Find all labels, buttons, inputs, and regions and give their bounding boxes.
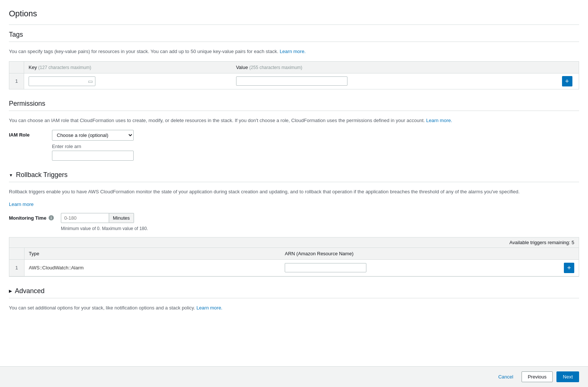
permissions-section-title: Permissions (9, 100, 579, 108)
advanced-description: You can set additional options for your … (9, 304, 579, 312)
tags-row-num: 1 (9, 73, 24, 89)
tags-key-cell: ▭ (24, 73, 232, 89)
triggers-arn-input[interactable] (285, 263, 366, 272)
iam-role-label: IAM Role (9, 130, 46, 138)
monitoring-row: Monitoring Time i Minutes (9, 213, 579, 223)
role-arn-input[interactable] (52, 151, 134, 161)
permissions-section: Permissions You can choose an IAM role t… (9, 100, 579, 161)
next-button[interactable]: Next (556, 371, 579, 382)
title-divider (9, 24, 579, 25)
iam-role-row: IAM Role Choose a role (optional) Enter … (9, 130, 579, 161)
advanced-collapsible-header[interactable]: ▶ Advanced (9, 287, 579, 295)
footer-bar: Cancel Previous Next (0, 366, 588, 387)
triggers-arn-cell (280, 259, 559, 276)
tags-col-action (561, 61, 579, 73)
advanced-divider (9, 298, 579, 298)
monitoring-label: Monitoring Time i (9, 215, 61, 221)
cancel-button[interactable]: Cancel (494, 372, 517, 382)
triggers-table: Type ARN (Amazon Resource Name) 1 AWS::C… (9, 248, 579, 276)
permissions-learn-more-link[interactable]: Learn more. (426, 118, 452, 123)
advanced-section-title: Advanced (15, 287, 45, 295)
triggers-available: Available triggers remaining: 5 (9, 237, 579, 248)
advanced-arrow: ▶ (9, 289, 12, 293)
previous-button[interactable]: Previous (522, 371, 553, 382)
monitoring-info-icon[interactable]: i (49, 215, 54, 220)
triggers-col-arn: ARN (Amazon Resource Name) (280, 248, 559, 260)
tags-divider (9, 42, 579, 42)
rollback-learn-more-p: Learn more (9, 201, 579, 207)
tags-col-value: Value (255 characters maximum) (232, 61, 561, 73)
monitoring-hint: Minimum value of 0. Maximum value of 180… (61, 226, 579, 231)
tags-key-input[interactable] (31, 78, 86, 84)
tags-value-cell (232, 73, 561, 89)
tags-col-num (9, 61, 24, 73)
rollback-divider (9, 182, 579, 182)
advanced-learn-more-link[interactable]: Learn more. (196, 305, 222, 311)
tags-add-cell: + (561, 73, 579, 89)
tags-table-row: 1 ▭ + (9, 73, 579, 89)
rollback-learn-more-link[interactable]: Learn more (9, 201, 33, 207)
triggers-col-num (9, 248, 24, 260)
iam-role-control-group: Choose a role (optional) Enter role arn (52, 130, 134, 161)
triggers-add-button[interactable]: + (564, 263, 574, 273)
tags-table-header-row: Key (127 characters maximum) Value (255 … (9, 61, 579, 73)
rollback-arrow: ▼ (9, 173, 13, 177)
tags-col-key: Key (127 characters maximum) (24, 61, 232, 73)
triggers-add-cell: + (559, 259, 579, 276)
rollback-section-title: Rollback Triggers (16, 171, 68, 179)
tags-section-title: Tags (9, 31, 579, 39)
edit-icon: ▭ (88, 78, 93, 84)
triggers-header-row: Type ARN (Amazon Resource Name) (9, 248, 579, 260)
triggers-col-type: Type (24, 248, 280, 260)
tags-section: Tags You can specify tags (key-value pai… (9, 31, 579, 89)
triggers-table-wrapper: Available triggers remaining: 5 Type ARN… (9, 237, 579, 277)
monitoring-unit: Minutes (109, 213, 134, 223)
triggers-type-cell: AWS::CloudWatch::Alarm (24, 259, 280, 276)
triggers-table-row: 1 AWS::CloudWatch::Alarm + (9, 259, 579, 276)
tags-value-input[interactable] (236, 76, 347, 86)
tags-learn-more-link[interactable]: Learn more. (280, 49, 306, 54)
iam-role-select[interactable]: Choose a role (optional) (52, 130, 134, 141)
monitoring-input[interactable] (61, 213, 109, 223)
role-arn-label: Enter role arn (52, 144, 134, 149)
permissions-divider (9, 111, 579, 111)
advanced-section: ▶ Advanced You can set additional option… (9, 287, 579, 312)
rollback-collapsible-header[interactable]: ▼ Rollback Triggers (9, 171, 579, 179)
tags-key-input-wrapper: ▭ (29, 76, 95, 86)
permissions-description: You can choose an IAM role that CloudFor… (9, 117, 579, 124)
rollback-section: ▼ Rollback Triggers Rollback triggers en… (9, 171, 579, 277)
page-title: Options (9, 9, 579, 19)
rollback-description: Rollback triggers enable you to have AWS… (9, 188, 579, 196)
triggers-row-num: 1 (9, 259, 24, 276)
tags-table: Key (127 characters maximum) Value (255 … (9, 61, 579, 89)
triggers-col-action (559, 248, 579, 260)
tags-description: You can specify tags (key-value pairs) f… (9, 48, 579, 55)
tags-add-button[interactable]: + (562, 76, 572, 86)
